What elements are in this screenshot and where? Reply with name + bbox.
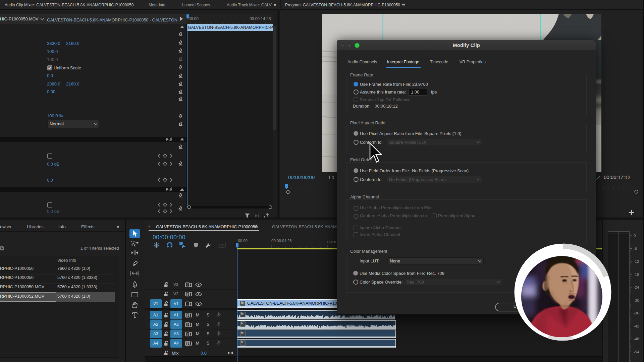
svg-text:-24: -24 [634, 285, 639, 289]
svg-text:0: 0 [634, 234, 636, 238]
svg-text:-48: -48 [634, 337, 639, 341]
svg-text:-42: -42 [634, 324, 639, 328]
svg-text:-18: -18 [634, 273, 639, 277]
svg-text:-6: -6 [634, 247, 637, 251]
svg-text:-12: -12 [634, 259, 639, 263]
svg-text:CC: CC [219, 243, 224, 247]
svg-text:-36: -36 [634, 311, 639, 315]
svg-text:-30: -30 [634, 298, 639, 302]
svg-text:-54: -54 [634, 350, 639, 354]
